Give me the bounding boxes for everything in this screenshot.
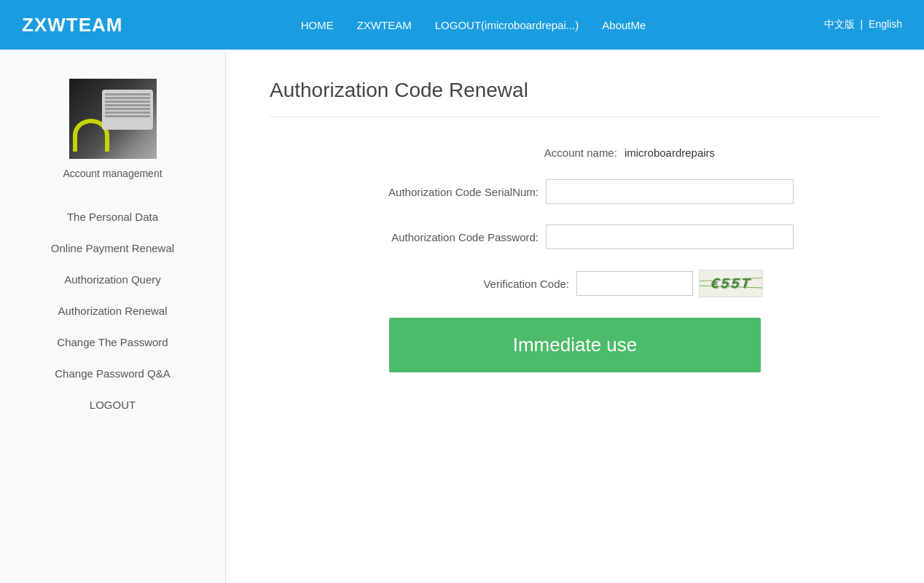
verification-row: Verification Code: €55T	[320, 270, 830, 297]
sidebar-item-personal-data[interactable]: The Personal Data	[0, 201, 225, 232]
sidebar: Account management The Personal Data Onl…	[0, 50, 226, 583]
submit-button[interactable]: Immediate use	[389, 318, 761, 372]
captcha-image[interactable]: €55T	[699, 270, 763, 297]
sidebar-item-auth-query[interactable]: Authorization Query	[0, 264, 225, 295]
sidebar-item-auth-renewal[interactable]: Authorization Renewal	[0, 295, 225, 326]
title-divider	[270, 117, 880, 117]
avatar	[69, 79, 157, 159]
layout: Account management The Personal Data Onl…	[0, 50, 924, 583]
keyboard-decoration	[102, 90, 153, 130]
renewal-form: Account name: imicroboardrepairs Authori…	[320, 146, 830, 372]
header: ZXWTEAM HOME ZXWTEAM LOGOUT(imicroboardr…	[0, 0, 924, 50]
sidebar-nav: The Personal Data Online Payment Renewal…	[0, 201, 225, 420]
account-name-label: Account name:	[435, 146, 625, 159]
main-nav: HOME ZXWTEAM LOGOUT(imicroboardrepai...)…	[301, 19, 646, 31]
verification-input[interactable]	[576, 271, 693, 296]
password-label: Authorization Code Password:	[356, 231, 546, 243]
lang-chinese[interactable]: 中文版	[824, 18, 855, 30]
language-switcher: 中文版 | English	[824, 18, 902, 31]
lang-divider: |	[861, 18, 864, 30]
nav-logout[interactable]: LOGOUT(imicroboardrepai...)	[435, 19, 579, 31]
serial-num-row: Authorization Code SerialNum:	[320, 179, 830, 204]
serial-num-input[interactable]	[546, 179, 794, 204]
captcha-text: €55T	[710, 275, 752, 292]
account-name-row: Account name: imicroboardrepairs	[320, 146, 830, 159]
sidebar-item-change-password[interactable]: Change The Password	[0, 326, 225, 358]
verification-label: Verification Code:	[387, 278, 576, 290]
nav-aboutme[interactable]: AboutMe	[602, 19, 646, 31]
serial-num-label: Authorization Code SerialNum:	[356, 186, 546, 198]
logo[interactable]: ZXWTEAM	[22, 14, 122, 36]
main-content: Authorization Code Renewal Account name:…	[226, 50, 924, 583]
nav-zxwteam[interactable]: ZXWTEAM	[357, 19, 412, 31]
sidebar-item-online-payment[interactable]: Online Payment Renewal	[0, 232, 225, 264]
password-row: Authorization Code Password:	[320, 224, 830, 249]
nav-home[interactable]: HOME	[301, 19, 334, 31]
page-title: Authorization Code Renewal	[270, 79, 880, 102]
verification-controls: €55T	[576, 270, 763, 297]
sidebar-item-logout[interactable]: LOGOUT	[0, 389, 225, 420]
lang-english[interactable]: English	[869, 18, 902, 30]
account-management-label: Account management	[63, 168, 162, 179]
password-input[interactable]	[546, 224, 794, 249]
sidebar-item-change-password-qa[interactable]: Change Password Q&A	[0, 358, 225, 389]
account-name-value: imicroboardrepairs	[625, 146, 715, 159]
